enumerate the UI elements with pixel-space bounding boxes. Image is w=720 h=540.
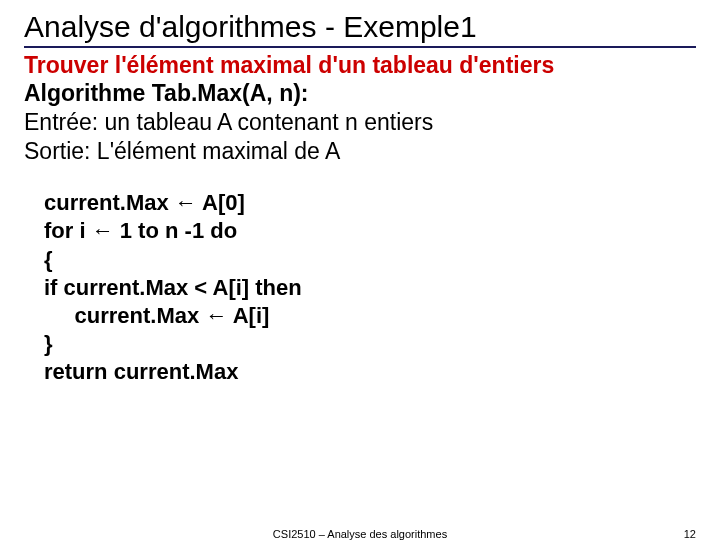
algo-name-text: Algorithme Tab.Max(A, n):	[24, 80, 309, 106]
algo-input: Entrée: un tableau A contenant n entiers	[24, 108, 696, 137]
code-line: for i ← 1 to n -1 do	[44, 217, 696, 245]
code-line: return current.Max	[44, 358, 696, 386]
code-line: if current.Max < A[i] then	[44, 274, 696, 302]
slide: Analyse d'algorithmes - Exemple1 Trouver…	[0, 0, 720, 540]
code-line: current.Max ← A[i]	[44, 302, 696, 330]
page-number: 12	[684, 528, 696, 540]
algo-output: Sortie: L'élément maximal de A	[24, 137, 696, 166]
slide-title: Analyse d'algorithmes - Exemple1	[24, 10, 696, 44]
footer-text: CSI2510 – Analyse des algorithmes	[273, 528, 447, 540]
title-area: Analyse d'algorithmes - Exemple1	[24, 10, 696, 48]
algo-name: Algorithme Tab.Max(A, n):	[24, 79, 696, 108]
code-line: {	[44, 246, 696, 274]
code-line: current.Max ← A[0]	[44, 189, 696, 217]
pseudocode-block: current.Max ← A[0] for i ← 1 to n -1 do …	[44, 189, 696, 386]
code-line: }	[44, 330, 696, 358]
slide-subtitle: Trouver l'élément maximal d'un tableau d…	[24, 52, 696, 79]
